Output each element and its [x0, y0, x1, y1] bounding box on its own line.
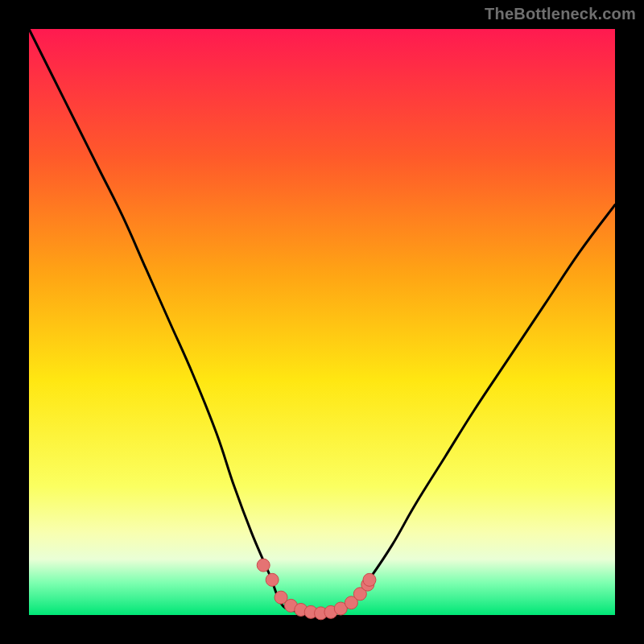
bottleneck-curve — [29, 29, 615, 614]
valley-marker — [363, 573, 376, 586]
chart-frame: TheBottleneck.com — [0, 0, 644, 644]
curve-layer — [29, 29, 615, 615]
plot-area — [29, 29, 615, 615]
watermark-text: TheBottleneck.com — [485, 5, 636, 23]
valley-marker — [257, 559, 270, 572]
valley-marker — [266, 573, 279, 586]
